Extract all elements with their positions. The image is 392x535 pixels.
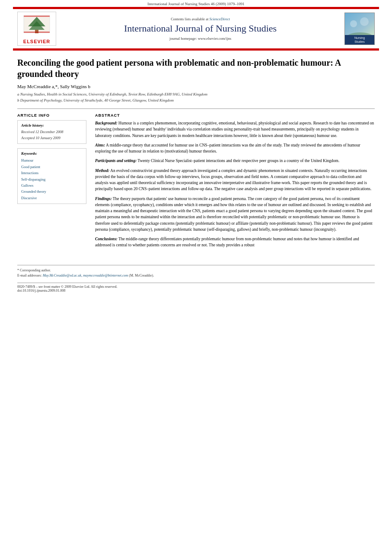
journal-homepage: journal homepage: www.elsevier.com/ijns (61, 36, 340, 41)
email-address[interactable]: May.McCreaddie@ed.ac.uk, maymccreaddie@b… (43, 274, 128, 277)
main-content: Reconciling the good patient persona wit… (17, 51, 375, 258)
keyword-discursive[interactable]: Discursive (21, 195, 83, 201)
abstract-header: ABSTRACT (95, 113, 375, 118)
nursing-studies-cover: NursingStudies (344, 13, 375, 45)
svg-point-9 (360, 17, 369, 26)
footnotes: * Corresponding author. E-mail addresses… (17, 268, 375, 278)
two-column-layout: ARTICLE INFO Article history: Received 1… (17, 113, 375, 252)
keyword-interactions[interactable]: Interactions (21, 170, 83, 176)
participants-label: Participants and setting: (95, 159, 137, 163)
svg-rect-5 (24, 32, 50, 33)
abstract-aims: Aims: A middle-range theory that account… (95, 142, 375, 155)
history-label: Article history: (21, 123, 83, 127)
background-label: Background: (95, 121, 118, 125)
left-column: ARTICLE INFO Article history: Received 1… (17, 113, 86, 252)
svg-rect-4 (24, 16, 50, 17)
article-info-header: ARTICLE INFO (17, 113, 86, 118)
authors: May McCreaddie a,*, Sally Wiggins b (17, 84, 375, 89)
participants-text: Twenty Clinical Nurse Specialist–patient… (137, 159, 339, 163)
findings-text: The theory purports that patients' use h… (95, 197, 373, 232)
journal-header: ELSEVIER Contents lists available at Sci… (13, 8, 379, 49)
sciencedirect-link[interactable]: ScienceDirect (209, 17, 229, 21)
method-label: Method: (95, 169, 109, 173)
background-text: Humour is a complex phenomenon, incorpor… (95, 121, 374, 138)
method-text: An evolved constructivist grounded theor… (95, 169, 371, 191)
conclusions-text: The middle-range theory differentiates p… (95, 237, 359, 247)
abstract-conclusions: Conclusions: The middle-range theory dif… (95, 236, 375, 248)
article-info-box: Article history: Received 12 December 20… (17, 120, 86, 144)
received-date: Received 12 December 2008 (21, 129, 83, 135)
abstract-method: Method: An evolved constructivist ground… (95, 168, 375, 192)
aims-label: Aims: (95, 143, 105, 147)
keywords-box: Keywords: Humour Good patient Interactio… (17, 148, 86, 204)
abstract-participants: Participants and setting: Twenty Clinica… (95, 158, 375, 164)
keyword-grounded-theory[interactable]: Grounded theory (21, 188, 83, 194)
copyright-bar: 0020-7489/$ – see front matter © 2009 El… (17, 283, 375, 293)
keyword-good-patient[interactable]: Good patient (21, 164, 83, 170)
affiliation-a: a Nursing Studies, Health in Social Scie… (17, 92, 375, 98)
affiliations: a Nursing Studies, Health in Social Scie… (17, 92, 375, 103)
sciencedirect-line: Contents lists available at ScienceDirec… (61, 17, 340, 21)
right-column: ABSTRACT Background: Humour is a complex… (95, 113, 375, 252)
elsevier-name-text: ELSEVIER (19, 39, 54, 44)
aims-text: A middle-range theory that accounted for… (95, 143, 360, 153)
elsevier-logo: ELSEVIER (17, 12, 56, 46)
abstract-findings: Findings: The theory purports that patie… (95, 196, 375, 233)
findings-label: Findings: (95, 197, 112, 201)
footer-divider (17, 265, 375, 265)
email-note: E-mail addresses: May.McCreaddie@ed.ac.u… (17, 273, 375, 278)
article-title: Reconciling the good patient persona wit… (17, 57, 375, 80)
journal-main-title: International Journal of Nursing Studies (61, 23, 340, 34)
conclusions-label: Conclusions: (95, 237, 118, 241)
accepted-date: Accepted 10 January 2009 (21, 135, 83, 141)
ns-label-text: NursingStudies (345, 35, 374, 45)
keywords-label: Keywords: (21, 151, 83, 156)
abstract-background: Background: Humour is a complex phenomen… (95, 120, 375, 139)
journal-title-block: Contents lists available at ScienceDirec… (56, 17, 344, 40)
keyword-gallows[interactable]: Gallows (21, 182, 83, 188)
svg-point-8 (350, 20, 357, 27)
star-note: * Corresponding author. (17, 268, 375, 273)
keyword-humour[interactable]: Humour (21, 157, 83, 163)
keyword-self-disparaging[interactable]: Self-disparaging (21, 176, 83, 182)
copyright-text: 0020-7489/$ – see front matter © 2009 El… (17, 285, 375, 289)
content-divider (17, 108, 375, 109)
affiliation-b: b Department of Psychology, University o… (17, 98, 375, 104)
journal-reference: International Journal of Nursing Studies… (0, 0, 392, 7)
doi-text: doi:10.1016/j.ijnurstu.2009.01.008 (17, 289, 375, 293)
